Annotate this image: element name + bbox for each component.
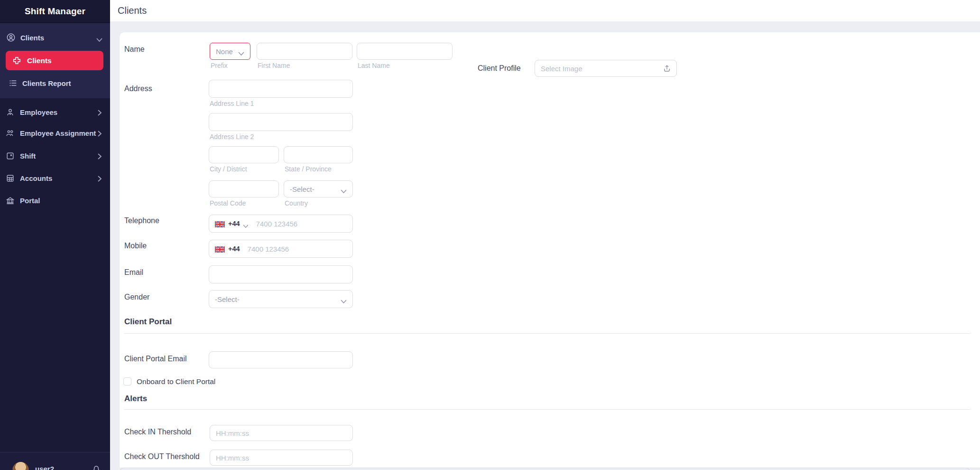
postal-code-sublabel: Postal Code — [210, 199, 246, 207]
sidebar-item-portal[interactable]: Portal — [0, 191, 110, 210]
mobile-label: Mobile — [124, 242, 147, 250]
chevron-right-icon — [98, 153, 102, 159]
chevron-down-icon — [341, 187, 347, 191]
people-group-icon — [6, 129, 15, 138]
address-line2-sublabel: Address Line 2 — [210, 133, 254, 141]
sidebar: Shift Manager Clients — [0, 0, 110, 470]
first-name-input[interactable] — [257, 43, 352, 60]
sidebar-clients-group: Clients Clients — [0, 23, 110, 98]
mobile-dial-code: +44 — [228, 245, 240, 253]
check-out-threshold-label: Check OUT Thershold — [124, 452, 200, 461]
country-select[interactable]: -Select- — [284, 180, 353, 197]
chevron-down-icon[interactable] — [243, 222, 249, 226]
app-title-text: Shift Manager — [25, 6, 85, 17]
top-bar: Clients — [110, 0, 980, 21]
gender-select-value: -Select- — [215, 295, 240, 303]
client-portal-email-input[interactable] — [209, 351, 353, 368]
telephone-label: Telephone — [124, 216, 159, 225]
country-select-value: -Select- — [290, 185, 314, 193]
check-out-threshold-input[interactable] — [210, 450, 353, 466]
uk-flag-icon[interactable] — [215, 246, 225, 252]
sidebar-item-label: Accounts — [20, 174, 52, 182]
sidebar-item-shift[interactable]: Shift — [0, 146, 110, 165]
chevron-down-icon — [238, 49, 244, 54]
telephone-input[interactable] — [249, 220, 352, 228]
sidebar-item-label: Employee Assignment — [20, 129, 96, 137]
sidebar-item-label: Clients — [20, 34, 44, 42]
page-title: Clients — [118, 5, 147, 16]
app-title: Shift Manager — [0, 0, 110, 23]
gender-select[interactable]: -Select- — [209, 290, 353, 308]
prefix-sublabel: Prefix — [211, 62, 228, 69]
employee-icon — [6, 108, 15, 117]
address-line1-input[interactable] — [209, 80, 353, 98]
shift-calendar-icon — [6, 151, 15, 160]
bell-icon[interactable] — [91, 463, 102, 470]
chevron-right-icon — [98, 109, 102, 115]
state-province-input[interactable] — [284, 146, 353, 163]
portal-building-icon — [6, 196, 15, 205]
address-line1-sublabel: Address Line 1 — [210, 100, 254, 107]
first-name-sublabel: First Name — [258, 62, 290, 69]
city-district-input[interactable] — [209, 146, 279, 163]
user-circle-icon — [6, 33, 16, 42]
app-root: Shift Manager Clients — [0, 0, 980, 470]
city-district-sublabel: City / District — [210, 165, 247, 173]
mobile-field: +44 — [209, 240, 353, 258]
accounts-grid-icon — [6, 174, 15, 183]
sidebar-item-label: Clients — [27, 56, 52, 65]
section-divider — [124, 333, 971, 334]
sidebar-item-label: Portal — [20, 197, 40, 205]
next-section-strip — [120, 468, 971, 470]
sidebar-item-label: Employees — [20, 108, 57, 116]
client-profile-label: Client Profile — [478, 64, 521, 73]
name-label: Name — [124, 45, 145, 54]
gender-label: Gender — [124, 293, 149, 301]
sidebar-item-label: Clients Report — [22, 79, 71, 87]
check-in-threshold-input[interactable] — [210, 425, 353, 441]
mobile-input[interactable] — [240, 245, 352, 253]
sidebar-footer: user2 — [0, 452, 110, 470]
onboard-checkbox[interactable] — [123, 377, 131, 385]
sidebar-item-employee-assignment[interactable]: Employee Assignment — [0, 123, 110, 142]
client-portal-email-label: Client Portal Email — [124, 355, 187, 363]
telephone-field: +44 — [209, 215, 353, 233]
state-province-sublabel: State / Province — [285, 165, 332, 173]
sidebar-item-accounts[interactable]: Accounts — [0, 169, 110, 188]
country-sublabel: Country — [285, 199, 308, 207]
last-name-input[interactable] — [357, 43, 453, 60]
plus-cross-icon — [12, 56, 21, 65]
client-profile-upload — [535, 60, 677, 77]
chevron-right-icon — [98, 175, 102, 181]
address-label: Address — [124, 85, 152, 93]
list-icon — [9, 79, 17, 87]
email-label: Email — [124, 268, 143, 277]
upload-icon[interactable] — [663, 64, 671, 73]
chevron-down-icon — [341, 297, 347, 301]
sidebar-item-employees[interactable]: Employees — [0, 103, 110, 122]
sidebar-item-clients-parent[interactable]: Clients — [0, 28, 110, 47]
prefix-select[interactable]: None — [210, 43, 250, 60]
sidebar-item-label: Shift — [20, 152, 36, 160]
chevron-right-icon — [98, 130, 102, 136]
user-avatar[interactable] — [12, 462, 29, 470]
last-name-sublabel: Last Name — [358, 62, 390, 69]
page-background: Name None Prefix First Name Last Name Cl… — [110, 21, 980, 470]
prefix-select-value: None — [216, 47, 233, 56]
client-profile-input[interactable] — [535, 60, 677, 77]
sidebar-item-clients[interactable]: Clients — [6, 51, 103, 70]
chevron-down-icon[interactable] — [96, 36, 102, 40]
uk-flag-icon[interactable] — [215, 221, 225, 227]
postal-code-input[interactable] — [209, 180, 279, 197]
address-line2-input[interactable] — [209, 113, 353, 131]
client-portal-heading: Client Portal — [124, 317, 172, 327]
username-label: user2 — [35, 465, 54, 470]
onboard-checkbox-label: Onboard to Client Portal — [137, 377, 215, 386]
sidebar-item-clients-report[interactable]: Clients Report — [0, 74, 110, 93]
check-in-threshold-label: Check IN Thershold — [124, 428, 191, 436]
email-input[interactable] — [209, 265, 353, 283]
alerts-heading: Alerts — [124, 394, 147, 404]
telephone-dial-code: +44 — [228, 220, 240, 227]
section-divider — [124, 409, 971, 410]
client-form-card: Name None Prefix First Name Last Name Cl… — [120, 32, 980, 468]
